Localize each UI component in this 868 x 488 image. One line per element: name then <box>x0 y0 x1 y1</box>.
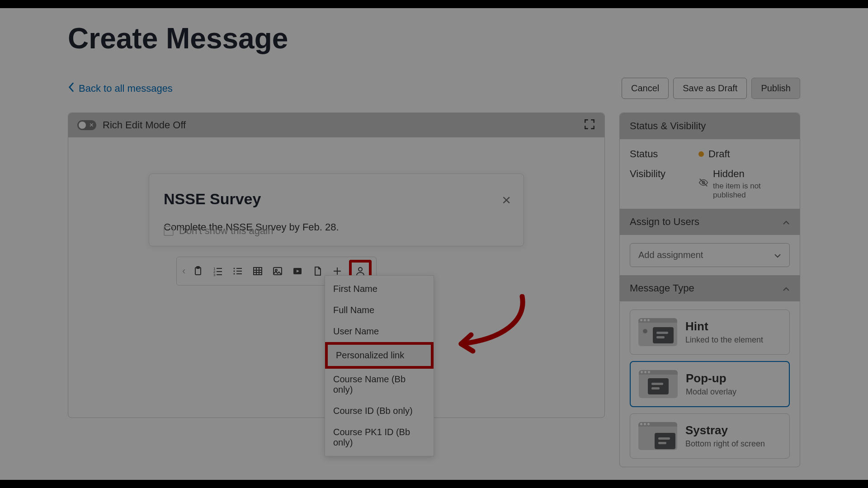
visibility-label: Visibility <box>630 168 698 180</box>
dropdown-item[interactable]: Course PK1 ID (Bb only) <box>325 422 434 453</box>
editor-panel: Rich Edit Mode Off NSSE Survey × Complet… <box>68 113 605 418</box>
dropdown-item[interactable]: Personalized link <box>325 342 434 369</box>
dropdown-item[interactable]: First Name <box>325 278 434 300</box>
checkbox-icon[interactable] <box>164 226 174 236</box>
editor-top-toolbar: Rich Edit Mode Off <box>68 113 604 137</box>
mtype-name: Systray <box>685 423 765 437</box>
visibility-value: Hidden the item is not published <box>698 168 790 200</box>
status-visibility-panel: Status & Visibility Status Draft Visibil… <box>619 113 800 467</box>
message-type-list: HintLinked to the elementPop-upModal ove… <box>620 301 800 467</box>
mtype-desc: Linked to the element <box>685 335 763 345</box>
rich-edit-label: Rich Edit Mode Off <box>103 119 186 131</box>
message-type-hint[interactable]: HintLinked to the element <box>630 310 790 355</box>
status-value: Draft <box>698 148 790 160</box>
assignment-placeholder: Add assignment <box>638 250 703 260</box>
mtype-desc: Bottom right of screen <box>685 439 765 449</box>
message-card: NSSE Survey × Complete the NSSE Survey b… <box>149 174 524 246</box>
add-assignment-select[interactable]: Add assignment <box>630 243 790 267</box>
image-icon[interactable] <box>269 263 286 279</box>
svg-point-8 <box>234 268 235 269</box>
chevron-up-icon <box>783 282 790 294</box>
cancel-button[interactable]: Cancel <box>622 78 669 99</box>
mtype-name: Pop-up <box>686 371 736 385</box>
mtype-name: Hint <box>685 319 763 333</box>
header-row: Back to all messages Cancel Save as Draf… <box>68 78 800 99</box>
dropdown-item[interactable]: Course ID (Bb only) <box>325 400 434 422</box>
document-icon[interactable] <box>309 263 326 279</box>
back-link[interactable]: Back to all messages <box>68 82 173 95</box>
editor-body[interactable]: NSSE Survey × Complete the NSSE Survey b… <box>68 137 604 418</box>
mtype-desc: Modal overlay <box>686 387 736 397</box>
sidebar: Status & Visibility Status Draft Visibil… <box>619 113 800 467</box>
dropdown-item[interactable]: Full Name <box>325 300 434 321</box>
systray-preview-icon <box>638 422 677 450</box>
svg-point-25 <box>359 267 362 271</box>
unordered-list-icon[interactable] <box>230 263 246 279</box>
message-title: NSSE Survey <box>164 190 509 208</box>
assign-header[interactable]: Assign to Users <box>620 209 800 235</box>
message-type-popup[interactable]: Pop-upModal overlay <box>630 361 790 407</box>
paste-icon[interactable] <box>190 263 206 279</box>
video-icon[interactable] <box>289 263 306 279</box>
save-draft-button[interactable]: Save as Draft <box>673 78 747 99</box>
rich-edit-toggle[interactable] <box>77 120 96 130</box>
chevron-down-icon <box>774 250 781 260</box>
annotation-arrow <box>443 294 533 364</box>
svg-rect-14 <box>254 267 262 275</box>
status-label: Status <box>630 148 698 160</box>
page-title: Create Message <box>68 22 800 55</box>
chevron-up-icon <box>783 216 790 228</box>
publish-button[interactable]: Publish <box>751 78 800 99</box>
close-icon[interactable]: × <box>502 191 511 209</box>
main-row: Rich Edit Mode Off NSSE Survey × Complet… <box>68 113 800 467</box>
popup-preview-icon <box>639 370 678 398</box>
dropdown-item[interactable]: Course Name (Bb only) <box>325 369 434 400</box>
personalization-dropdown: First NameFull NameUser NamePersonalized… <box>325 275 434 456</box>
chevron-left-icon <box>68 82 74 95</box>
dont-show-again[interactable]: Don't show this again <box>164 225 273 237</box>
editor-column: Rich Edit Mode Off NSSE Survey × Complet… <box>68 113 605 467</box>
status-visibility-header: Status & Visibility <box>620 113 800 139</box>
svg-text:3: 3 <box>213 273 216 277</box>
dropdown-item[interactable]: User Name <box>325 321 434 342</box>
table-icon[interactable] <box>250 263 266 279</box>
svg-point-12 <box>234 273 235 275</box>
fullscreen-icon[interactable] <box>584 118 595 132</box>
back-link-label: Back to all messages <box>79 83 173 94</box>
action-buttons: Cancel Save as Draft Publish <box>622 78 800 99</box>
hint-preview-icon <box>638 318 677 346</box>
svg-point-10 <box>234 271 235 272</box>
dont-show-label: Don't show this again <box>179 225 273 237</box>
toolbar-scroll-left-icon[interactable]: ‹ <box>181 265 186 277</box>
status-dot-icon <box>698 151 704 157</box>
svg-point-20 <box>275 269 277 271</box>
message-type-header[interactable]: Message Type <box>620 275 800 301</box>
message-type-systray[interactable]: SystrayBottom right of screen <box>630 413 790 459</box>
ordered-list-icon[interactable]: 123 <box>210 263 226 279</box>
hidden-icon <box>698 178 708 190</box>
